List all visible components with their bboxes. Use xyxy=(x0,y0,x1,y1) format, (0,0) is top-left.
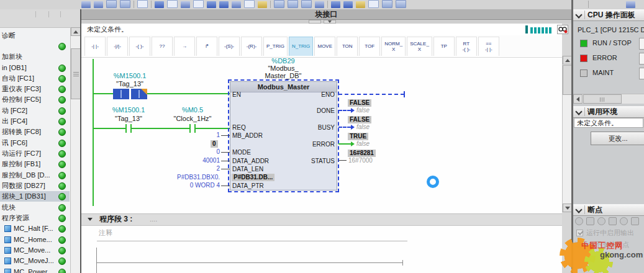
tree-item-fc6[interactable]: 讯 [FC6] xyxy=(0,138,70,148)
value-mode[interactable]: 0 xyxy=(216,148,220,155)
pin-error[interactable]: ERROR xyxy=(312,141,335,148)
scroll-left-button[interactable] xyxy=(573,94,583,104)
ladder-view-icon[interactable] xyxy=(167,0,178,8)
value-data-len[interactable]: 2 xyxy=(216,165,220,172)
pin-req[interactable]: REQ xyxy=(232,124,246,131)
expand-all-icon[interactable] xyxy=(244,0,255,8)
pin-done[interactable]: DONE xyxy=(317,107,335,114)
operand-busy[interactable]: false xyxy=(356,123,370,130)
scrollbar-thumb[interactable] xyxy=(583,94,622,104)
tree-item-db31-selected[interactable]: 据块_1 [DB31] xyxy=(0,191,70,202)
instr-contact-no[interactable]: -| |- xyxy=(84,37,106,56)
instr-set-coil[interactable]: -(S)- xyxy=(219,37,240,56)
db-number[interactable]: %DB29 xyxy=(271,57,294,65)
instr-open-branch[interactable]: → xyxy=(174,37,195,56)
tree-item-mc-halt[interactable]: MC_Halt [F... xyxy=(0,223,70,234)
run-button-stub[interactable] xyxy=(639,38,644,50)
contact3-name[interactable]: "Clock_1Hz" xyxy=(174,115,212,122)
insert-column-icon[interactable] xyxy=(232,1,241,8)
contact3-address[interactable]: %M0.5 xyxy=(182,106,203,114)
contact1-address[interactable]: %M1500.1 xyxy=(114,72,147,79)
cpu-panel-hscrollbar[interactable] xyxy=(573,94,644,104)
value-data-addr[interactable]: 40001 xyxy=(202,157,220,164)
download-icon[interactable] xyxy=(315,1,324,8)
operand-status[interactable]: 16#7000 xyxy=(348,157,373,164)
instr-move[interactable]: MOVE xyxy=(314,37,335,56)
tree-item-fb1-db[interactable]: 服控制_DB [D... xyxy=(0,170,70,181)
delete-row-icon[interactable] xyxy=(219,1,229,8)
tree-item-fc4[interactable]: 出 [FC4] xyxy=(0,116,70,127)
reload-icon[interactable] xyxy=(301,0,312,8)
instr-p-trig[interactable]: P_TRIG xyxy=(263,37,288,56)
window-layout-icon[interactable] xyxy=(626,1,635,8)
collapse-triangle-icon[interactable] xyxy=(88,218,93,221)
next-breakpoint-icon[interactable] xyxy=(609,217,617,225)
contact3-symbol[interactable] xyxy=(189,124,191,133)
instr-coil[interactable]: -( )- xyxy=(129,37,150,56)
pin-en[interactable]: EN xyxy=(232,91,241,98)
tree-item-fc8[interactable]: 据转换 [FC8] xyxy=(0,127,70,137)
insert-row-icon[interactable] xyxy=(207,1,216,8)
pin-mode[interactable]: MODE xyxy=(232,149,251,156)
insert-network-icon[interactable] xyxy=(137,0,148,8)
instr-close-branch[interactable]: ↱ xyxy=(196,37,217,56)
network3-comment-dots[interactable]: .... xyxy=(150,214,157,225)
instr-ton[interactable]: TON xyxy=(337,37,358,56)
pin-data-addr[interactable]: DATA_ADDR xyxy=(232,158,269,164)
instr-scale-x[interactable]: SCALE_ X xyxy=(407,37,432,56)
operand-error[interactable]: false xyxy=(356,140,370,147)
block-interface-bar[interactable]: 块接口 xyxy=(81,9,571,20)
tree-item-fb1[interactable]: 服控制 [FB1] xyxy=(0,159,70,169)
tree-item-mc-home[interactable]: MC_Home... xyxy=(0,235,70,245)
contact2-symbol[interactable] xyxy=(125,124,127,133)
monitor-on-icon[interactable] xyxy=(81,1,91,8)
pin-eno[interactable]: ENO xyxy=(321,91,335,98)
comment-toggle-icon[interactable] xyxy=(193,0,204,8)
monitor-off-icon[interactable] xyxy=(94,1,103,8)
tree-item-mc-power[interactable]: MC_Power... xyxy=(0,267,70,273)
mres-button-stub[interactable] xyxy=(639,68,644,79)
instr-tp[interactable]: TP xyxy=(433,37,455,56)
tree-item-fc7[interactable]: 动运行 [FC7] xyxy=(0,148,70,159)
change-button[interactable]: 更改... xyxy=(591,132,644,145)
instr-norm-x[interactable]: NORM_ X xyxy=(381,37,406,56)
breakpoints-header[interactable]: 断点 xyxy=(573,204,644,216)
sidebar-scrollbar[interactable] xyxy=(70,27,80,273)
collapse-all-icon[interactable] xyxy=(258,1,267,8)
scrollbar-thumb[interactable] xyxy=(71,48,81,99)
resume-icon[interactable] xyxy=(620,217,628,225)
contact2-address[interactable]: %M1500.1 xyxy=(112,106,145,114)
instr-compare-eq[interactable]: == -| |- xyxy=(478,37,499,56)
edit-icon[interactable] xyxy=(106,0,117,8)
edit-all-icon[interactable] xyxy=(120,0,130,8)
db-name-line2[interactable]: Master_DB" xyxy=(265,72,302,79)
contact2-name[interactable]: "Tag_13" xyxy=(115,115,142,122)
network3-comment-placeholder[interactable]: 注释 xyxy=(99,228,112,238)
enable-outputs-checkbox[interactable] xyxy=(576,230,583,236)
call-env-header[interactable]: 调用环境 xyxy=(573,106,644,118)
go-online-icon[interactable] xyxy=(274,0,284,8)
pin-busy[interactable]: BUSY xyxy=(318,124,335,131)
tree-item-mc-movej[interactable]: MC_MoveJ... xyxy=(0,256,70,266)
watch-icon[interactable] xyxy=(396,0,406,8)
instr-empty-box[interactable]: ?? xyxy=(152,37,173,56)
tree-item-mc-move[interactable]: MC_Move... xyxy=(0,245,70,256)
value-data-ptr-line1[interactable]: P#DB31.DBX0. xyxy=(177,174,220,181)
tree-item-fc5[interactable]: 份控制 [FC5] xyxy=(0,94,70,105)
align-icon[interactable] xyxy=(155,1,164,8)
tree-item[interactable] xyxy=(0,41,70,51)
crossref-icon[interactable] xyxy=(356,1,365,8)
step-over-icon[interactable] xyxy=(631,217,639,225)
tree-item-program-resources[interactable]: 程序资源 xyxy=(0,213,70,223)
tree-item-fc2[interactable]: 动 [FC2] xyxy=(0,105,70,116)
snapshot-icon[interactable] xyxy=(382,0,392,8)
contact1-name[interactable]: "Tag_13" xyxy=(116,80,143,87)
value-mb-addr[interactable]: 1 xyxy=(216,132,220,138)
value-data-ptr-line2[interactable]: 0 WORD 4 xyxy=(190,182,220,189)
tree-item-diagnostics[interactable]: 诊断 xyxy=(0,30,70,41)
go-offline-icon[interactable] xyxy=(288,0,298,8)
instr-tof[interactable]: TOF xyxy=(359,37,380,56)
delete-breakpoint-icon[interactable] xyxy=(597,217,605,225)
pin-status[interactable]: STATUS xyxy=(311,158,335,164)
pin-mb-addr[interactable]: MB_ADDR xyxy=(232,132,263,139)
